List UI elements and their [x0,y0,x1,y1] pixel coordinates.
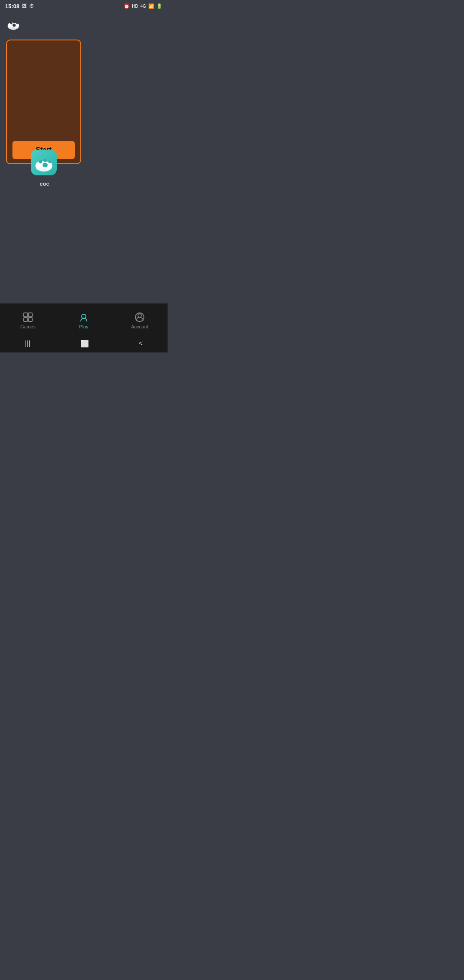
clock-time: 15:08 [5,3,19,9]
account-label: Account [131,324,148,329]
nav-item-games[interactable]: Games [0,309,56,329]
app-logo [5,15,21,32]
svg-point-5 [16,22,18,24]
timer-icon: ⏱ [29,3,34,9]
network-type: 4G [140,4,146,9]
nav-item-account[interactable]: Account [112,309,168,329]
app-header [0,12,168,35]
battery-icon: 🔋 [156,3,162,9]
svg-rect-14 [24,313,27,317]
svg-point-6 [12,24,16,27]
play-label: Play [79,324,88,329]
svg-point-3 [10,22,12,24]
svg-point-12 [48,161,51,163]
svg-rect-15 [28,313,32,317]
status-bar: 15:08 🖼 ⏱ ⏰ HD 4G 📶 🔋 [0,0,168,12]
svg-point-11 [43,159,47,162]
svg-point-4 [13,21,15,24]
svg-rect-17 [28,318,32,322]
status-left: 15:08 🖼 ⏱ [5,3,34,9]
game-card: Start [6,40,81,164]
account-icon [134,312,145,322]
game-icon [31,150,57,175]
nav-item-play[interactable]: Play [56,309,112,329]
game-card-inner [11,45,76,141]
gallery-icon: 🖼 [22,3,27,9]
hd-label: HD [132,4,138,9]
svg-point-10 [39,160,42,164]
bottom-nav: Games Play Account [0,303,168,334]
status-right: ⏰ HD 4G 📶 🔋 [124,3,162,9]
svg-point-19 [138,314,141,317]
games-label: Games [20,324,35,329]
main-content: Start coc [0,35,168,303]
alarm-icon: ⏰ [124,3,130,9]
android-nav-bar: ||| ⬜ < [0,334,168,352]
play-icon [79,312,89,322]
home-button[interactable]: ⬜ [80,340,89,348]
svg-point-13 [43,163,48,168]
signal-icon: 📶 [148,3,154,9]
game-label: coc [7,181,82,187]
recent-apps-button[interactable]: ||| [25,340,30,347]
games-icon [23,312,33,322]
svg-rect-16 [24,318,27,322]
back-button[interactable]: < [139,340,143,347]
